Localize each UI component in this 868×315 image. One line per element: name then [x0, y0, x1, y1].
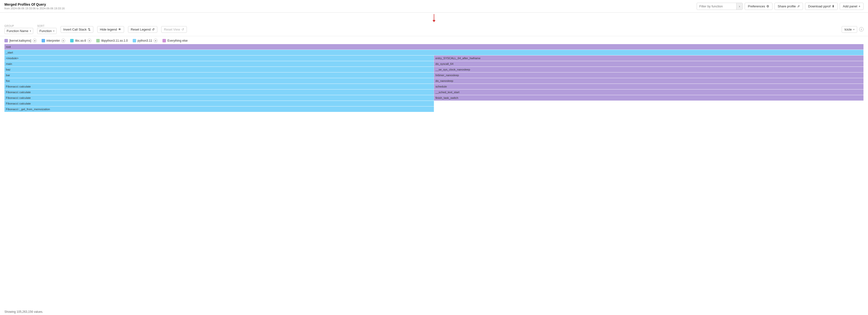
- flame-block-root[interactable]: root: [4, 44, 864, 50]
- flame-block-start[interactable]: _start: [4, 50, 864, 55]
- legend-close-python[interactable]: ✕: [154, 39, 158, 42]
- table-row: <module> entry_SYSCALL_64_after_hwframe: [4, 55, 864, 61]
- table-row: root: [4, 44, 864, 50]
- flame-block-fib-calc-4[interactable]: Fibonacci::calculate: [4, 101, 434, 106]
- add-panel-button[interactable]: Add panel +: [840, 3, 864, 10]
- legend-close-interpreter[interactable]: ✕: [61, 39, 65, 42]
- status-bar: Showing 105,263,156 values.: [0, 309, 868, 315]
- legend-close-kernel[interactable]: ✕: [33, 39, 37, 42]
- arrow-head: [433, 20, 435, 22]
- legend-bar: [kernel.kallsyms] ✕ interpreter ✕ libc.s…: [0, 36, 868, 44]
- legend-color-libpython: [96, 39, 100, 42]
- function-name-select[interactable]: Function Name ▾: [4, 28, 33, 34]
- invert-call-stack-button[interactable]: Invert Call Stack ⇅: [61, 26, 93, 33]
- add-panel-label: Add panel: [843, 4, 858, 8]
- legend-item-kernel: [kernel.kallsyms] ✕: [4, 39, 37, 42]
- preferences-label: Preferences: [748, 4, 765, 8]
- invert-call-stack-label: Invert Call Stack: [63, 28, 87, 31]
- legend-item-everything-else: Everything else: [162, 39, 188, 42]
- download-pprof-button[interactable]: Download pprof ⬇: [805, 3, 838, 10]
- toolbar-right: Icicle ▾ i: [842, 26, 864, 33]
- reset-view-button[interactable]: Reset View ↺: [161, 26, 187, 33]
- flame-block-se-sys-clock[interactable]: __se_sys_clock_nanosleep: [434, 67, 864, 72]
- share-icon: ⇗: [797, 4, 800, 8]
- table-row: main do_syscall_64: [4, 61, 864, 66]
- legend-label-libpython: libpython3.11.so.1.0: [101, 39, 127, 42]
- legend-label-python: python3.11: [137, 39, 152, 42]
- table-row: Fibonacci::_get_from_memoization: [4, 107, 864, 112]
- flame-block-module[interactable]: <module>: [4, 55, 434, 61]
- table-row: baz __se_sys_clock_nanosleep: [4, 67, 864, 72]
- share-profile-button[interactable]: Share profile ⇗: [774, 3, 803, 10]
- icicle-select[interactable]: Icicle ▾: [842, 26, 857, 33]
- group-selector: Group Function Name ▾: [4, 25, 33, 34]
- legend-color-python: [133, 39, 136, 42]
- flame-block-empty-2: [434, 107, 864, 112]
- legend-close-libc[interactable]: ✕: [87, 39, 91, 42]
- flame-block-fib-calc-2[interactable]: Fibonacci::calculate: [4, 89, 434, 95]
- invert-icon: ⇅: [88, 28, 91, 31]
- flame-block-do-syscall[interactable]: do_syscall_64: [434, 61, 864, 66]
- flame-block-entry-syscall[interactable]: entry_SYSCALL_64_after_hwframe: [434, 55, 864, 61]
- info-icon[interactable]: i: [859, 27, 864, 32]
- flame-block-main[interactable]: main: [4, 61, 434, 66]
- flame-chart-area: root _start <module> entry_SYSCALL_64_af…: [4, 44, 864, 112]
- table-row: Fibonacci::calculate: [4, 101, 864, 106]
- legend-color-kernel: [4, 39, 8, 42]
- preferences-button[interactable]: Preferences ⚙: [745, 3, 773, 10]
- table-row: foo do_nanosleep: [4, 78, 864, 84]
- page-title: Merged Profiles Of Query: [4, 2, 65, 6]
- flame-block-foo[interactable]: foo: [4, 78, 434, 84]
- legend-item-interpreter: interpreter ✕: [41, 39, 65, 42]
- legend-item-python: python3.11 ✕: [133, 39, 158, 42]
- legend-item-libpython: libpython3.11.so.1.0: [96, 39, 127, 42]
- hide-legend-button[interactable]: Hide legend 👁: [97, 26, 124, 33]
- chevron-down-icon-2: ▾: [53, 30, 54, 32]
- legend-label-everything-else: Everything else: [167, 39, 188, 42]
- flame-block-fib-get-memo[interactable]: Fibonacci::_get_from_memoization: [4, 107, 434, 112]
- download-icon: ⬇: [832, 4, 835, 8]
- legend-color-everything-else: [162, 39, 166, 42]
- app-container: Merged Profiles Of Query from 2024-06-06…: [0, 0, 868, 315]
- flame-block-schedule[interactable]: schedule: [434, 84, 864, 89]
- icicle-label: Icicle: [844, 28, 852, 31]
- eye-icon: 👁: [118, 28, 121, 31]
- page-subtitle: from 2024-06-06 19:33:06 to 2024-06-06 1…: [4, 7, 65, 10]
- flame-container: root _start <module> entry_SYSCALL_64_af…: [0, 44, 868, 309]
- chevron-down-icon-3: ▾: [853, 28, 855, 31]
- legend-label-interpreter: interpreter: [46, 39, 60, 42]
- group-label: Group: [4, 25, 33, 27]
- flame-block-fib-calc-3[interactable]: Fibonacci::calculate: [4, 95, 434, 101]
- reset-legend-label: Reset Legend: [131, 28, 151, 31]
- share-profile-label: Share profile: [778, 4, 796, 8]
- function-sort-value: Function: [39, 29, 52, 33]
- download-label: Download pprof: [808, 4, 831, 8]
- filter-arrow-button[interactable]: ›: [736, 3, 742, 10]
- table-row: _start: [4, 50, 864, 55]
- table-row: bar hrtimer_nanosleep: [4, 73, 864, 78]
- header-left: Merged Profiles Of Query from 2024-06-06…: [4, 2, 65, 10]
- chevron-down-icon: ▾: [30, 30, 31, 32]
- function-name-value: Function Name: [7, 29, 28, 33]
- reset-legend-button[interactable]: Reset Legend ↺: [128, 26, 157, 33]
- flame-block-do-nanosleep[interactable]: do_nanosleep: [434, 78, 864, 84]
- flame-block-bar[interactable]: bar: [4, 73, 434, 78]
- hide-legend-label: Hide legend: [100, 28, 117, 31]
- showing-values-label: Showing 105,263,156 values.: [4, 310, 43, 314]
- flame-block-baz[interactable]: baz: [4, 67, 434, 72]
- reset-icon: ↺: [181, 28, 184, 31]
- plus-icon: +: [859, 4, 860, 8]
- filter-input[interactable]: [697, 3, 736, 10]
- arrow-line: [434, 14, 434, 20]
- header-right: › Preferences ⚙ Share profile ⇗ Download…: [697, 3, 864, 10]
- flame-block-hrtimer[interactable]: hrtimer_nanosleep: [434, 73, 864, 78]
- flame-block-empty-1: [434, 101, 864, 106]
- sort-selector: Sort Function ▾: [37, 25, 57, 34]
- header: Merged Profiles Of Query from 2024-06-06…: [0, 0, 868, 12]
- table-row: Fibonacci::calculate finish_task_switch: [4, 95, 864, 101]
- function-sort-select[interactable]: Function ▾: [37, 28, 57, 34]
- flame-block-sched-text[interactable]: __sched_text_start: [434, 89, 864, 95]
- flame-block-finish-task[interactable]: finish_task_switch: [434, 95, 864, 101]
- flame-block-fib-calc-1[interactable]: Fibonacci::calculate: [4, 84, 434, 89]
- table-row: Fibonacci::calculate schedule: [4, 84, 864, 89]
